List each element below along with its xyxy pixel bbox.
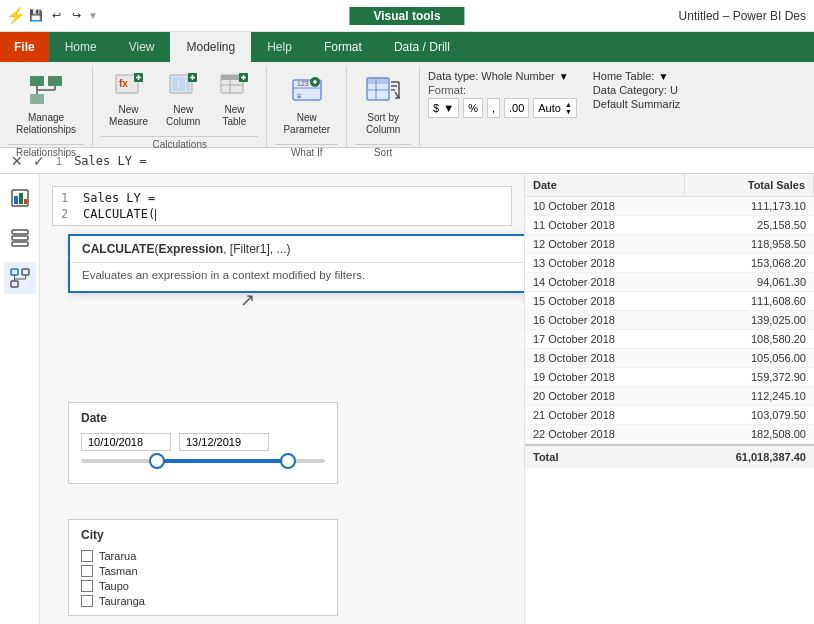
new-table-icon — [218, 70, 250, 102]
formula-line-num-1: 1 — [56, 155, 62, 167]
data-type-dropdown-icon[interactable]: ▼ — [559, 71, 569, 82]
currency-symbol: $ — [433, 102, 439, 114]
table-row: 12 October 2018 118,958.50 — [525, 235, 814, 254]
undo-icon[interactable]: ↩ — [48, 8, 64, 24]
cell-sales: 159,372.90 — [685, 368, 814, 386]
comma-symbol: , — [492, 102, 495, 114]
date-slider-right-thumb[interactable] — [280, 453, 296, 469]
cell-sales: 111,173.10 — [685, 197, 814, 215]
autocomplete-popup: CALCULATE(Expression, [Filter1], ...) Ev… — [68, 234, 524, 293]
sort-by-column-button[interactable]: Sort byColumn — [355, 66, 411, 138]
formula-confirm-button[interactable]: ✓ — [30, 153, 48, 169]
ribbon-group-calculations: fx NewMeasure — [93, 66, 267, 147]
formula-cancel-button[interactable]: ✕ — [8, 153, 26, 169]
list-item: Taupo — [81, 580, 325, 592]
center-panel: 1 Sales LY = 2 CALCULATE( CALCULATE(Expr… — [40, 174, 524, 624]
cell-date: 11 October 2018 — [525, 216, 685, 234]
data-type-group: Data type: Whole Number ▼ Format: $ ▼ % … — [428, 70, 577, 143]
cell-sales: 153,068.20 — [685, 254, 814, 272]
quick-access-toolbar: ⚡ 💾 ↩ ↪ ▼ — [0, 8, 106, 24]
sidebar-report-icon[interactable] — [4, 182, 36, 214]
decimal-symbol: .00 — [509, 102, 524, 114]
sort-by-column-icon — [363, 70, 403, 110]
formula-content-1[interactable]: Sales LY = — [74, 154, 806, 168]
percent-dropdown[interactable]: % — [463, 98, 483, 118]
city-checkbox-taupo[interactable] — [81, 580, 93, 592]
new-table-button[interactable]: NewTable — [210, 66, 258, 130]
cell-date: 20 October 2018 — [525, 387, 685, 405]
ribbon-group-sort-items: Sort byColumn — [355, 66, 411, 142]
date-slicer: Date — [68, 402, 338, 484]
date-slider-left-thumb[interactable] — [149, 453, 165, 469]
list-item: Tararua — [81, 550, 325, 562]
format-row: Format: — [428, 84, 577, 96]
formula-line-2: 2 CALCULATE( — [61, 207, 503, 221]
tab-modeling[interactable]: Modeling — [170, 32, 251, 62]
col-header-date: Date — [525, 174, 685, 196]
percent-symbol: % — [468, 102, 478, 114]
svg-rect-1 — [48, 76, 62, 86]
table-row: 19 October 2018 159,372.90 — [525, 368, 814, 387]
svg-rect-12 — [172, 77, 178, 91]
end-date-input[interactable] — [179, 433, 269, 451]
cell-date: 12 October 2018 — [525, 235, 685, 253]
sidebar-data-icon[interactable] — [4, 222, 36, 254]
default-summarize-label: Default Summariz — [593, 98, 680, 110]
line-code-2: CALCULATE( — [83, 207, 156, 221]
manage-relationships-button[interactable]: ManageRelationships — [8, 66, 84, 138]
city-label-taupo: Taupo — [99, 580, 129, 592]
home-table-row: Home Table: ▼ — [593, 70, 680, 82]
new-parameter-button[interactable]: 123 ≡ NewParameter — [275, 66, 338, 138]
home-table-dropdown-icon[interactable]: ▼ — [658, 71, 668, 82]
new-parameter-label: NewParameter — [283, 112, 330, 136]
formula-editor[interactable]: 1 Sales LY = 2 CALCULATE( — [52, 186, 512, 226]
line-num-1: 1 — [61, 191, 75, 205]
city-checkbox-tararua[interactable] — [81, 550, 93, 562]
left-sidebar — [0, 174, 40, 624]
svg-text:≡: ≡ — [297, 92, 302, 101]
table-row: 17 October 2018 108,580.20 — [525, 330, 814, 349]
formula-line-1: 1 Sales LY = — [61, 191, 503, 205]
table-row: 10 October 2018 111,173.10 — [525, 197, 814, 216]
city-checkbox-tasman[interactable] — [81, 565, 93, 577]
table-row: 16 October 2018 139,025.00 — [525, 311, 814, 330]
currency-dropdown[interactable]: $ ▼ — [428, 98, 459, 118]
new-column-button[interactable]: NewColumn — [158, 66, 208, 130]
footer-total-sales: 61,018,387.40 — [685, 446, 814, 468]
ribbon-group-whatif: 123 ≡ NewParameter What If — [267, 66, 347, 147]
cell-date: 21 October 2018 — [525, 406, 685, 424]
start-date-input[interactable] — [81, 433, 171, 451]
tab-help[interactable]: Help — [251, 32, 308, 62]
date-inputs-row — [81, 433, 325, 451]
ribbon-group-whatif-items: 123 ≡ NewParameter — [275, 66, 338, 142]
autocomplete-params: Expression, [Filter1], ...) — [158, 242, 290, 256]
tab-view[interactable]: View — [113, 32, 171, 62]
new-measure-button[interactable]: fx NewMeasure — [101, 66, 156, 130]
auto-stepper[interactable]: ▲▼ — [565, 101, 572, 115]
date-slider-track — [81, 459, 325, 463]
city-checkbox-tauranga[interactable] — [81, 595, 93, 607]
date-slider-fill — [154, 459, 288, 463]
tab-file[interactable]: File — [0, 32, 49, 62]
cell-date: 13 October 2018 — [525, 254, 685, 272]
tab-home[interactable]: Home — [49, 32, 113, 62]
tab-datadrill[interactable]: Data / Drill — [378, 32, 466, 62]
autocomplete-header: CALCULATE(Expression, [Filter1], ...) — [70, 236, 524, 263]
new-column-label: NewColumn — [166, 104, 200, 128]
comma-dropdown[interactable]: , — [487, 98, 500, 118]
decimal-dropdown[interactable]: .00 — [504, 98, 529, 118]
auto-dropdown[interactable]: Auto ▲▼ — [533, 98, 577, 118]
sidebar-model-icon[interactable] — [4, 262, 36, 294]
svg-rect-49 — [11, 281, 18, 287]
sort-by-column-label: Sort byColumn — [366, 112, 400, 136]
table-row: 20 October 2018 112,245.10 — [525, 387, 814, 406]
redo-icon[interactable]: ↪ — [68, 8, 84, 24]
ribbon-group-relationships: ManageRelationships Relationships — [0, 66, 93, 147]
tab-format[interactable]: Format — [308, 32, 378, 62]
city-label-tauranga: Tauranga — [99, 595, 145, 607]
format-symbols-row: $ ▼ % , .00 Auto ▲▼ — [428, 98, 577, 118]
cell-sales: 103,079.50 — [685, 406, 814, 424]
new-table-label: NewTable — [222, 104, 246, 128]
save-icon[interactable]: 💾 — [28, 8, 44, 24]
auto-label: Auto — [538, 102, 561, 114]
